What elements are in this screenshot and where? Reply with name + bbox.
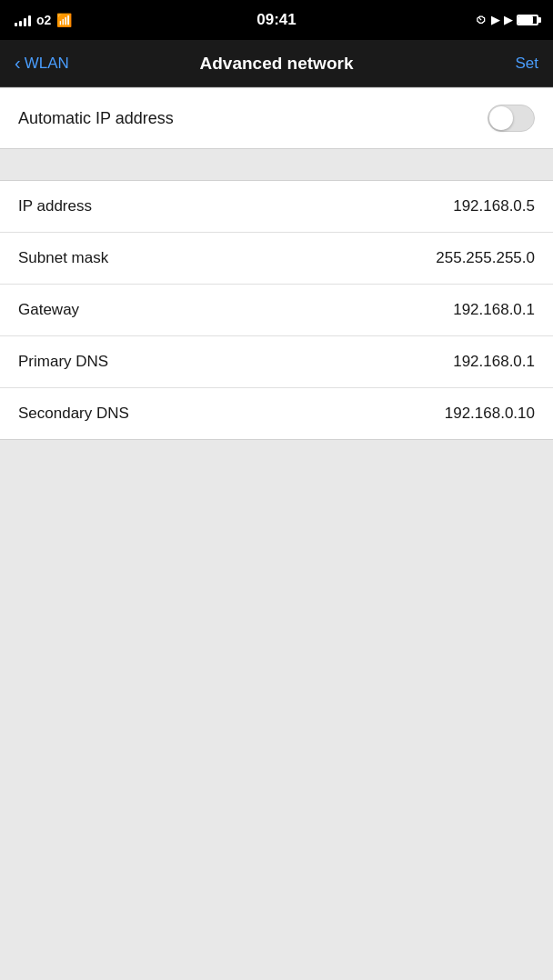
auto-ip-row: Automatic IP address [0, 88, 553, 148]
clock-icon: ⏲ [476, 14, 487, 26]
auto-ip-section: Automatic IP address [0, 87, 553, 149]
field-value: 192.168.0.1 [453, 301, 535, 319]
status-time: 09:41 [256, 11, 296, 29]
page-title: Advanced network [200, 54, 354, 74]
status-right: ⏲ ▶ ▶ [476, 14, 538, 26]
field-value: 192.168.0.10 [445, 405, 535, 423]
back-label: WLAN [25, 55, 69, 73]
auto-ip-toggle[interactable] [488, 105, 535, 132]
bottom-spacer [0, 440, 553, 804]
section-spacer [0, 149, 553, 180]
auto-ip-label: Automatic IP address [18, 109, 174, 128]
back-button[interactable]: ‹ WLAN [15, 55, 69, 73]
field-key: Secondary DNS [18, 405, 129, 423]
table-row[interactable]: Subnet mask255.255.255.0 [0, 233, 553, 285]
content: Automatic IP address IP address192.168.0… [0, 87, 553, 804]
set-button[interactable]: Set [515, 55, 538, 73]
table-row[interactable]: IP address192.168.0.5 [0, 181, 553, 233]
field-key: IP address [18, 197, 92, 215]
status-left: o2 📶 [15, 13, 72, 27]
carrier-label: o2 [36, 13, 51, 27]
table-row[interactable]: Gateway192.168.0.1 [0, 285, 553, 336]
status-bar: o2 📶 09:41 ⏲ ▶ ▶ [0, 0, 553, 40]
field-value: 192.168.0.1 [453, 353, 535, 371]
battery-icon [517, 15, 538, 25]
field-key: Subnet mask [18, 249, 108, 267]
nav-bar: ‹ WLAN Advanced network Set [0, 40, 553, 87]
location-icon: ▶ [491, 14, 499, 26]
table-row[interactable]: Primary DNS192.168.0.1 [0, 336, 553, 388]
field-value: 255.255.255.0 [436, 249, 535, 267]
wifi-icon: 📶 [56, 13, 72, 27]
table-row[interactable]: Secondary DNS192.168.0.10 [0, 388, 553, 439]
chevron-left-icon: ‹ [15, 54, 21, 72]
signal-icon [15, 14, 31, 26]
network-details-card: IP address192.168.0.5Subnet mask255.255.… [0, 180, 553, 440]
field-key: Gateway [18, 301, 79, 319]
lock-icon: ▶ [504, 14, 512, 26]
field-value: 192.168.0.5 [453, 197, 535, 215]
field-key: Primary DNS [18, 353, 108, 371]
